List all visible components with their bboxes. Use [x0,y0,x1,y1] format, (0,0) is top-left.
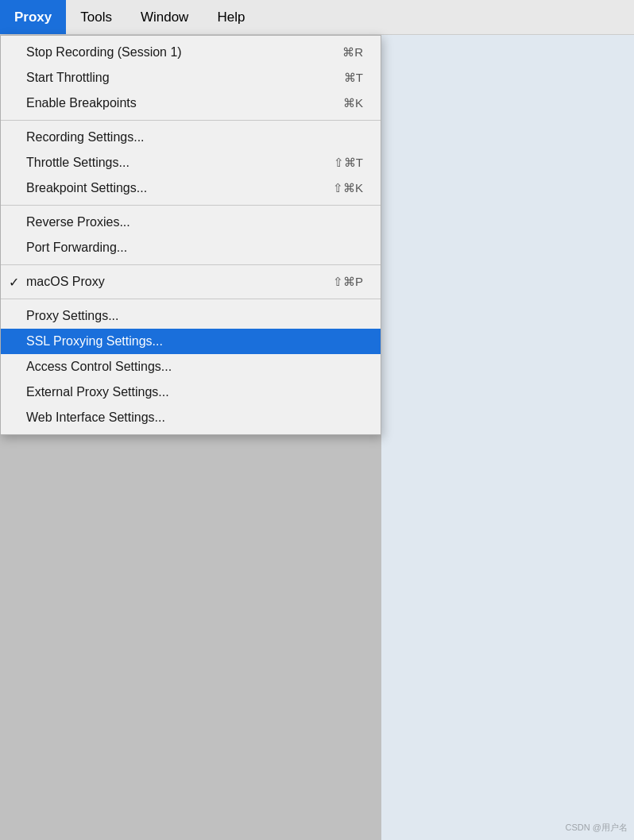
proxy-label: Proxy [14,10,52,25]
macos-proxy-label: macOS Proxy [26,275,301,289]
macos-proxy-checkmark: ✓ [9,275,19,290]
menu-item-external-proxy-settings[interactable]: External Proxy Settings... [1,380,381,405]
section-macos: ✓ macOS Proxy ⇧⌘P [1,265,381,299]
port-forwarding-label: Port Forwarding... [26,241,331,255]
watermark: CSDN @用户名 [566,822,628,834]
enable-breakpoints-shortcut: ⌘K [343,96,363,110]
reverse-proxies-label: Reverse Proxies... [26,215,331,229]
stop-recording-label: Stop Recording (Session 1) [26,45,311,60]
background-app [381,35,634,840]
menu-item-start-throttling[interactable]: Start Throttling ⌘T [1,65,381,91]
breakpoint-settings-shortcut: ⇧⌘K [333,181,363,195]
menu-bar: Proxy Tools Window Help [0,0,634,35]
menu-item-proxy-settings[interactable]: Proxy Settings... [1,303,381,329]
start-throttling-label: Start Throttling [26,71,312,85]
section-settings2: Proxy Settings... SSL Proxying Settings.… [1,299,381,434]
menu-item-port-forwarding[interactable]: Port Forwarding... [1,235,381,260]
proxy-settings-label: Proxy Settings... [26,309,331,323]
start-throttling-shortcut: ⌘T [344,71,363,85]
menu-item-reverse-proxies[interactable]: Reverse Proxies... [1,210,381,235]
tools-label: Tools [80,10,112,25]
menu-bar-help[interactable]: Help [203,0,259,34]
menu-item-recording-settings[interactable]: Recording Settings... [1,125,381,150]
menu-item-throttle-settings[interactable]: Throttle Settings... ⇧⌘T [1,150,381,175]
menu-item-macos-proxy[interactable]: ✓ macOS Proxy ⇧⌘P [1,269,381,295]
help-label: Help [217,10,245,25]
section-recording: Stop Recording (Session 1) ⌘R Start Thro… [1,36,381,121]
macos-proxy-shortcut: ⇧⌘P [333,275,363,289]
ssl-proxying-settings-label: SSL Proxying Settings... [26,334,331,349]
menu-item-ssl-proxying-settings[interactable]: SSL Proxying Settings... [1,329,381,354]
menu-item-breakpoint-settings[interactable]: Breakpoint Settings... ⇧⌘K [1,175,381,201]
external-proxy-settings-label: External Proxy Settings... [26,385,331,399]
throttle-settings-shortcut: ⇧⌘T [334,156,363,170]
menu-item-stop-recording[interactable]: Stop Recording (Session 1) ⌘R [1,40,381,65]
menu-bar-tools[interactable]: Tools [66,0,126,34]
menu-bar-proxy[interactable]: Proxy [0,0,66,34]
proxy-dropdown: Stop Recording (Session 1) ⌘R Start Thro… [0,35,381,435]
menu-item-access-control-settings[interactable]: Access Control Settings... [1,354,381,380]
menu-item-enable-breakpoints[interactable]: Enable Breakpoints ⌘K [1,91,381,116]
breakpoint-settings-label: Breakpoint Settings... [26,181,301,195]
menu-bar-window[interactable]: Window [126,0,203,34]
throttle-settings-label: Throttle Settings... [26,156,302,170]
access-control-settings-label: Access Control Settings... [26,360,331,374]
enable-breakpoints-label: Enable Breakpoints [26,96,311,110]
menu-item-web-interface-settings[interactable]: Web Interface Settings... [1,405,381,430]
recording-settings-label: Recording Settings... [26,130,331,144]
section-proxy-types: Reverse Proxies... Port Forwarding... [1,206,381,265]
section-settings1: Recording Settings... Throttle Settings.… [1,121,381,206]
web-interface-settings-label: Web Interface Settings... [26,410,331,425]
stop-recording-shortcut: ⌘R [342,45,363,60]
window-label: Window [141,10,188,25]
